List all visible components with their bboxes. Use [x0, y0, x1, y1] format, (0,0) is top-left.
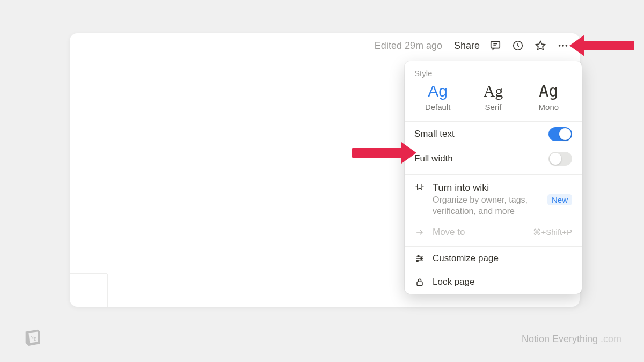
footer-brand: Notion Everything .com	[522, 334, 621, 345]
full-width-toggle[interactable]	[548, 152, 572, 166]
svg-point-2	[559, 45, 561, 47]
style-name: Serif	[465, 102, 521, 112]
svg-point-4	[566, 45, 568, 47]
edited-time: Edited 29m ago	[375, 40, 442, 51]
new-badge: New	[547, 194, 572, 205]
style-name: Default	[410, 102, 465, 112]
style-sample: Ag	[521, 83, 576, 99]
wiki-section: Turn into wiki Organize by owner, tags, …	[405, 175, 582, 247]
topbar: Edited 29m ago Share	[70, 33, 580, 58]
style-name: Mono	[521, 102, 576, 112]
small-text-label: Small text	[414, 129, 455, 139]
turn-into-wiki-row[interactable]: Turn into wiki Organize by owner, tags, …	[405, 175, 582, 223]
customize-page-row[interactable]: Customize page	[405, 247, 582, 270]
favorite-icon[interactable]	[533, 39, 547, 53]
callout-arrow-smalltext	[352, 148, 402, 158]
share-button[interactable]: Share	[454, 40, 480, 51]
page-divider-v	[107, 274, 108, 307]
style-label: Style	[405, 61, 582, 80]
arrow-right-icon	[414, 227, 425, 238]
style-option-serif[interactable]: Ag Serif	[465, 83, 521, 112]
footer-logo-icon: NE	[23, 327, 43, 347]
page-divider-h	[70, 273, 107, 274]
wiki-text: Turn into wiki Organize by owner, tags, …	[433, 182, 540, 217]
style-options: Ag Default Ag Serif Ag Mono	[405, 80, 582, 121]
comments-icon[interactable]	[488, 39, 502, 53]
move-to-label: Move to	[433, 227, 465, 238]
move-to-shortcut: ⌘+Shift+P	[533, 227, 572, 237]
svg-text:E: E	[34, 337, 36, 342]
full-width-row[interactable]: Full width	[405, 146, 582, 174]
app-window: Edited 29m ago Share Style Ag Default Ag	[70, 33, 580, 307]
small-text-row[interactable]: Small text	[405, 122, 582, 146]
updates-icon[interactable]	[511, 39, 525, 53]
svg-point-3	[562, 45, 564, 47]
full-width-label: Full width	[414, 153, 453, 164]
callout-arrow-more	[583, 41, 634, 50]
small-text-toggle[interactable]	[548, 127, 572, 141]
customize-label: Customize page	[433, 253, 499, 264]
page-actions-section: Customize page Lock page	[405, 247, 582, 294]
lock-label: Lock page	[433, 277, 474, 287]
style-section: Style Ag Default Ag Serif Ag Mono	[405, 61, 582, 122]
wiki-icon	[414, 182, 425, 193]
svg-point-7	[416, 260, 418, 261]
lock-icon	[414, 277, 425, 287]
svg-rect-0	[491, 42, 500, 48]
footer-brand-domain: .com	[598, 334, 621, 344]
sliders-icon	[414, 253, 425, 264]
style-sample: Ag	[410, 83, 465, 99]
page-options-menu: Style Ag Default Ag Serif Ag Mono Small …	[405, 61, 582, 294]
style-option-mono[interactable]: Ag Mono	[521, 83, 576, 112]
svg-rect-8	[417, 282, 422, 286]
style-sample: Ag	[465, 83, 521, 99]
wiki-subtitle: Organize by owner, tags, verification, a…	[433, 195, 540, 217]
toggles-section: Small text Full width	[405, 122, 582, 175]
svg-point-5	[418, 255, 419, 257]
move-to-row: Move to ⌘+Shift+P	[405, 223, 582, 246]
wiki-title: Turn into wiki	[433, 182, 540, 194]
more-icon[interactable]	[556, 39, 570, 53]
svg-point-6	[421, 257, 422, 259]
style-option-default[interactable]: Ag Default	[410, 83, 465, 112]
lock-page-row[interactable]: Lock page	[405, 270, 582, 294]
footer-brand-name: Notion Everything	[522, 334, 598, 344]
